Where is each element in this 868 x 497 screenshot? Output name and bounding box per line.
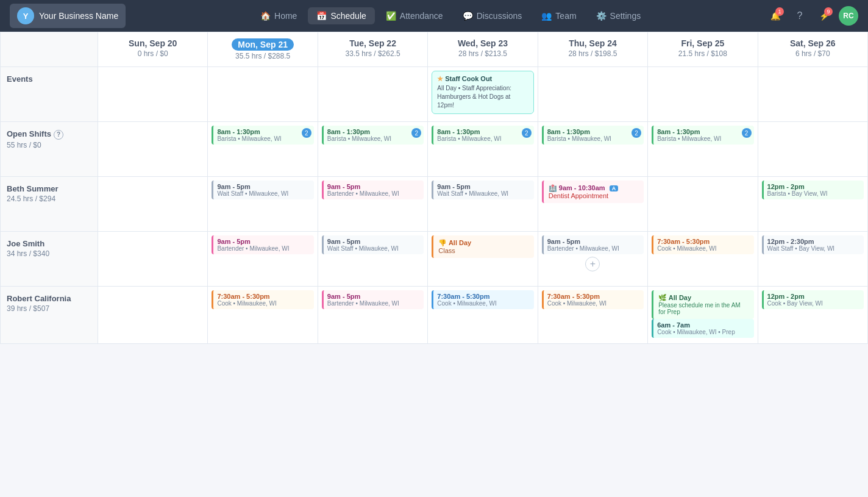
day-label-1: Mon, Sep 21 [232, 38, 294, 51]
question-icon: ? [797, 10, 803, 21]
section-sub-beth-summer: 24.5 hrs / $294 [7, 195, 91, 203]
cell-robert-california-day-3: 7:30am - 5:30pmCook • Milwaukee, WI [428, 287, 538, 344]
cell-events-day-6 [758, 67, 868, 122]
cell-open-shifts-day-1: 8am - 1:30pmBarista • Milwaukee, WI2 [208, 122, 318, 177]
user-avatar[interactable]: RC [839, 6, 858, 26]
notifications-button[interactable]: 🔔 1 [766, 6, 785, 26]
section-name-beth-summer: Beth Summer [7, 184, 91, 193]
cell-robert-california-day-1: 7:30am - 5:30pmCook • Milwaukee, WI [208, 287, 318, 344]
shift-pink-block[interactable]: 9am - 5pmBartender • Milwaukee, WI [322, 290, 424, 309]
shift-gray-block[interactable]: 9am - 5pmWait Staff • Milwaukee, WI [212, 181, 313, 199]
shift-green-block[interactable]: 12pm - 2pmBarista • Bay View, WI [762, 181, 864, 199]
section-name-open-shifts: Open Shifts? [7, 129, 91, 140]
open-shifts-help-icon[interactable]: ? [54, 130, 63, 140]
nav-team[interactable]: 👥 Team [533, 7, 585, 24]
cell-joe-smith-day-6: 12pm - 2:30pmWait Staff • Bay View, WI [758, 232, 868, 287]
cell-beth-summer-day-2: 9am - 5pmBartender • Milwaukee, WI [318, 177, 428, 232]
cell-joe-smith-day-5: 7:30am - 5:30pmCook • Milwaukee, WI [648, 232, 758, 287]
day-label-2: Tue, Sep 22 [323, 38, 422, 48]
section-sub-open-shifts: 55 hrs / $0 [7, 141, 91, 149]
open-shift-block[interactable]: 8am - 1:30pmBarista • Milwaukee, WI2 [652, 126, 753, 145]
cell-joe-smith-day-1: 9am - 5pmBartender • Milwaukee, WI [208, 232, 318, 287]
add-shift-button[interactable]: + [585, 257, 600, 271]
cell-events-day-4 [538, 67, 648, 122]
cell-robert-california-day-5: 🌿 All DayPlease schedule me in the AM fo… [648, 287, 758, 344]
header-day-1: Mon, Sep 2135.5 hrs / $288.5 [208, 32, 318, 67]
section-label-open-shifts: Open Shifts?55 hrs / $0 [1, 122, 98, 177]
cell-events-day-1 [208, 67, 318, 122]
cell-beth-summer-day-5 [648, 177, 758, 232]
cell-robert-california-day-0 [98, 287, 208, 344]
allday-green-block[interactable]: 🌿 All DayPlease schedule me in the AM fo… [652, 290, 753, 319]
attendance-icon: ✅ [386, 11, 396, 21]
header-day-6: Sat, Sep 266 hrs / $70 [758, 32, 868, 67]
schedule-grid: Sun, Sep 200 hrs / $0Mon, Sep 2135.5 hrs… [0, 32, 868, 344]
day-label-3: Wed, Sep 23 [433, 38, 532, 48]
cell-beth-summer-day-4: 🏥 9am - 10:30am ADentist Appointment [538, 177, 648, 232]
nav-discussions[interactable]: 💬 Discussions [454, 7, 531, 24]
discussions-icon: 💬 [463, 11, 473, 21]
event-block[interactable]: ★Staff Cook OutAll Day • Staff Appreciat… [432, 71, 533, 114]
day-hours-3: 28 hrs / $213.5 [433, 49, 532, 58]
cell-open-shifts-day-5: 8am - 1:30pmBarista • Milwaukee, WI2 [648, 122, 758, 177]
allday-orange-block[interactable]: 👎 All DayClass [432, 235, 533, 258]
help-button[interactable]: ? [790, 6, 809, 26]
cell-open-shifts-day-6 [758, 122, 868, 177]
cell-open-shifts-day-0 [98, 122, 208, 177]
nav-home[interactable]: 🏠 Home [252, 7, 305, 24]
notification-badge: 1 [775, 7, 784, 16]
cell-open-shifts-day-2: 8am - 1:30pmBarista • Milwaukee, WI2 [318, 122, 428, 177]
cell-beth-summer-day-0 [98, 177, 208, 232]
cell-robert-california-day-4: 7:30am - 5:30pmCook • Milwaukee, WI [538, 287, 648, 344]
shift-orange-block[interactable]: 7:30am - 5:30pmCook • Milwaukee, WI [212, 290, 313, 309]
open-shift-block[interactable]: 8am - 1:30pmBarista • Milwaukee, WI2 [322, 126, 424, 145]
nav-attendance[interactable]: ✅ Attendance [377, 7, 452, 24]
dentist-block[interactable]: 🏥 9am - 10:30am ADentist Appointment [542, 181, 644, 203]
nav-schedule[interactable]: 📅 Schedule [308, 7, 374, 24]
shift-green-block[interactable]: 12pm - 2pmCook • Bay View, WI [762, 290, 864, 309]
shift-orange-block[interactable]: 7:30am - 5:30pmCook • Milwaukee, WI [652, 235, 753, 254]
shift-gray-block[interactable]: 9am - 5pmWait Staff • Milwaukee, WI [432, 181, 533, 199]
day-hours-1: 35.5 hrs / $288.5 [213, 52, 312, 60]
cell-beth-summer-day-3: 9am - 5pmWait Staff • Milwaukee, WI [428, 177, 538, 232]
open-shift-block[interactable]: 8am - 1:30pmBarista • Milwaukee, WI2 [212, 126, 313, 145]
section-sub-joe-smith: 34 hrs / $340 [7, 249, 91, 258]
header-day-5: Fri, Sep 2521.5 hrs / $108 [648, 32, 758, 67]
cell-robert-california-day-2: 9am - 5pmBartender • Milwaukee, WI [318, 287, 428, 344]
header-day-3: Wed, Sep 2328 hrs / $213.5 [428, 32, 538, 67]
alerts-button[interactable]: ⚡ 9 [814, 6, 834, 26]
cell-joe-smith-day-2: 9am - 5pmWait Staff • Milwaukee, WI [318, 232, 428, 287]
day-hours-2: 33.5 hrs / $262.5 [323, 49, 422, 58]
cell-events-day-2 [318, 67, 428, 122]
shift-pink-block[interactable]: 9am - 5pmBartender • Milwaukee, WI [212, 235, 313, 254]
section-label-events: Events [1, 67, 98, 122]
shift-gray-block[interactable]: 12pm - 2:30pmWait Staff • Bay View, WI [762, 235, 864, 254]
shift-orange-block[interactable]: 7:30am - 5:30pmCook • Milwaukee, WI [542, 290, 644, 309]
shift-pink-block[interactable]: 9am - 5pmBartender • Milwaukee, WI [322, 181, 424, 199]
settings-icon: ⚙️ [596, 11, 607, 21]
cell-joe-smith-day-0 [98, 232, 208, 287]
brand[interactable]: Y Your Business Name [10, 4, 126, 28]
cell-open-shifts-day-3: 8am - 1:30pmBarista • Milwaukee, WI2 [428, 122, 538, 177]
shift-gray-block[interactable]: 9am - 5pmWait Staff • Milwaukee, WI [322, 235, 424, 254]
day-label-6: Sat, Sep 26 [763, 38, 863, 48]
day-label-4: Thu, Sep 24 [543, 38, 642, 48]
open-shift-block[interactable]: 8am - 1:30pmBarista • Milwaukee, WI2 [542, 126, 644, 145]
section-name-joe-smith: Joe Smith [7, 239, 91, 248]
cell-robert-california-day-6: 12pm - 2pmCook • Bay View, WI [758, 287, 868, 344]
shift-blue-block[interactable]: 7:30am - 5:30pmCook • Milwaukee, WI [432, 290, 533, 309]
nav-links: 🏠 Home 📅 Schedule ✅ Attendance 💬 Discuss… [140, 7, 761, 24]
alert-badge: 9 [824, 7, 833, 16]
shift-teal-block[interactable]: 6am - 7amCook • Milwaukee, WI • Prep [652, 319, 753, 338]
shift-gray-block[interactable]: 9am - 5pmBartender • Milwaukee, WI [542, 235, 644, 254]
star-icon: ★ [437, 75, 443, 82]
section-sub-robert-california: 39 hrs / $507 [7, 304, 91, 313]
header-empty [1, 32, 98, 67]
cell-events-day-5 [648, 67, 758, 122]
cell-open-shifts-day-4: 8am - 1:30pmBarista • Milwaukee, WI2 [538, 122, 648, 177]
section-label-joe-smith: Joe Smith34 hrs / $340 [1, 232, 98, 287]
nav-settings[interactable]: ⚙️ Settings [588, 7, 650, 24]
cell-joe-smith-day-4: 9am - 5pmBartender • Milwaukee, WI+ [538, 232, 648, 287]
brand-name: Your Business Name [39, 11, 118, 21]
open-shift-block[interactable]: 8am - 1:30pmBarista • Milwaukee, WI2 [432, 126, 533, 145]
